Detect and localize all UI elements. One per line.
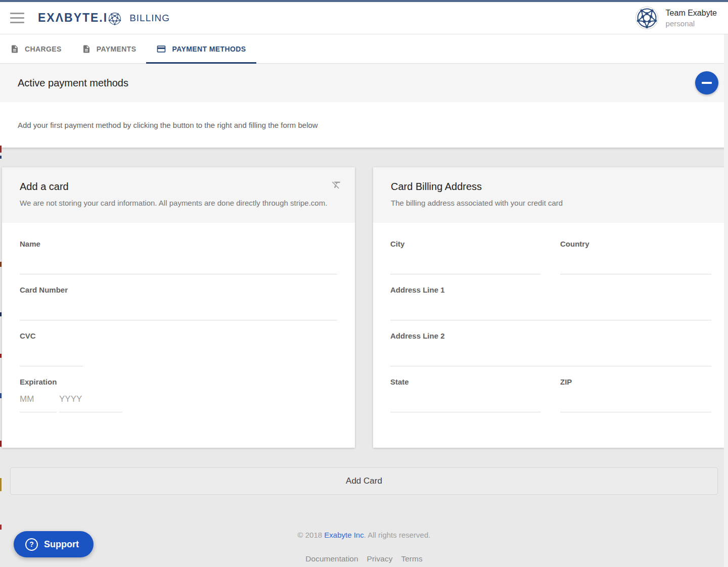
panel-description: Add your first payment method by clickin…	[0, 102, 728, 148]
copyright-suffix: . All rights reserved.	[364, 531, 431, 539]
name-field: Name	[20, 240, 337, 274]
hamburger-menu-icon[interactable]	[10, 13, 24, 23]
country-label: Country	[560, 240, 711, 248]
collapse-button[interactable]	[695, 71, 718, 94]
document-icon	[10, 44, 19, 54]
address1-input[interactable]	[390, 294, 711, 320]
panel-header: Active payment methods	[0, 64, 728, 102]
minus-icon	[702, 82, 712, 84]
team-type: personal	[666, 19, 717, 28]
expiration-label: Expiration	[20, 377, 337, 386]
billing-form-subtitle: The billing address associated with your…	[391, 199, 710, 207]
footer-links: Documentation Privacy Terms	[0, 554, 728, 563]
document-icon	[82, 44, 91, 54]
name-input[interactable]	[20, 248, 337, 274]
privacy-link[interactable]: Privacy	[367, 554, 393, 563]
zip-input[interactable]	[560, 386, 711, 412]
card-number-field: Card Number	[20, 286, 337, 320]
team-ball-icon	[636, 8, 657, 28]
support-label: Support	[44, 539, 79, 550]
state-zip-row: State ZIP	[390, 377, 711, 423]
expiration-inputs	[20, 386, 337, 412]
billing-address-header: Card Billing Address The billing address…	[373, 167, 724, 223]
documentation-link[interactable]: Documentation	[305, 554, 358, 563]
zip-label: ZIP	[560, 377, 711, 386]
billing-address-form: Card Billing Address The billing address…	[373, 167, 724, 448]
panel-title: Active payment methods	[18, 77, 128, 89]
address1-field: Address Line 1	[390, 286, 711, 320]
logo-text: EXΛBYTE.I	[38, 11, 108, 25]
billing-form-title: Card Billing Address	[391, 181, 710, 193]
team-name: Team Exabyte	[666, 9, 717, 18]
tab-label: PAYMENT METHODS	[172, 45, 246, 53]
active-payment-methods-panel: Active payment methods Add your first pa…	[0, 64, 728, 148]
team-avatar	[635, 7, 658, 29]
card-form-title: Add a card	[20, 181, 341, 193]
card-number-label: Card Number	[20, 286, 337, 294]
add-card-button[interactable]: Add Card	[10, 467, 718, 495]
support-button[interactable]: ? Support	[14, 531, 94, 557]
city-field: City	[390, 240, 541, 274]
footer-copyright: © 2018 Exabyte Inc. All rights reserved.	[0, 531, 728, 539]
exabyte-ball-icon	[108, 12, 121, 25]
app-header: EXΛBYTE.I BILLING	[0, 2, 728, 34]
tab-payments[interactable]: PAYMENTS	[72, 34, 147, 63]
credit-card-icon	[156, 44, 166, 54]
cvc-label: CVC	[20, 332, 337, 340]
terms-link[interactable]: Terms	[401, 554, 422, 563]
tab-label: CHARGES	[25, 45, 62, 53]
scrollbar-track[interactable]	[724, 34, 728, 567]
add-card-header: Add a card We are not storing your card …	[2, 167, 355, 223]
clear-form-button[interactable]	[329, 177, 344, 194]
copyright-prefix: © 2018	[298, 531, 325, 539]
tab-label: PAYMENTS	[97, 45, 136, 53]
team-selector[interactable]: Team Exabyte personal	[635, 7, 717, 29]
zip-field: ZIP	[560, 377, 711, 423]
country-input[interactable]	[560, 248, 711, 274]
billing-address-body: City Country Address Line 1 Address Line…	[373, 223, 724, 448]
format-clear-icon	[331, 179, 342, 190]
address2-field: Address Line 2	[390, 332, 711, 366]
country-field: Country	[560, 240, 711, 286]
cvc-field: CVC	[20, 332, 337, 366]
add-card-body: Name Card Number CVC Expiration	[2, 223, 355, 437]
card-form-subtitle: We are not storing your card information…	[20, 199, 341, 207]
expiration-year-input[interactable]	[59, 386, 122, 412]
state-label: State	[390, 377, 541, 386]
add-card-form: Add a card We are not storing your card …	[2, 167, 355, 448]
state-field: State	[390, 377, 541, 412]
company-link[interactable]: Exabyte Inc	[324, 531, 363, 539]
card-number-input[interactable]	[20, 294, 337, 320]
tab-charges[interactable]: CHARGES	[0, 34, 72, 63]
payment-forms-row: Add a card We are not storing your card …	[2, 167, 724, 448]
city-label: City	[390, 240, 541, 248]
cvc-input[interactable]	[20, 340, 83, 366]
billing-tabbar: CHARGES PAYMENTS PAYMENT METHODS	[0, 34, 728, 64]
state-input[interactable]	[390, 386, 541, 412]
address2-label: Address Line 2	[390, 332, 711, 340]
exabyte-logo[interactable]: EXΛBYTE.I	[38, 11, 121, 25]
expiration-field: Expiration	[20, 377, 337, 412]
city-country-row: City Country	[390, 240, 711, 286]
help-icon: ?	[25, 538, 38, 551]
page-title: BILLING	[129, 13, 170, 24]
address2-input[interactable]	[390, 340, 711, 366]
name-label: Name	[20, 240, 337, 248]
address1-label: Address Line 1	[390, 286, 711, 294]
expiration-month-input[interactable]	[20, 386, 57, 412]
city-input[interactable]	[390, 248, 541, 274]
tab-payment-methods[interactable]: PAYMENT METHODS	[146, 34, 256, 63]
